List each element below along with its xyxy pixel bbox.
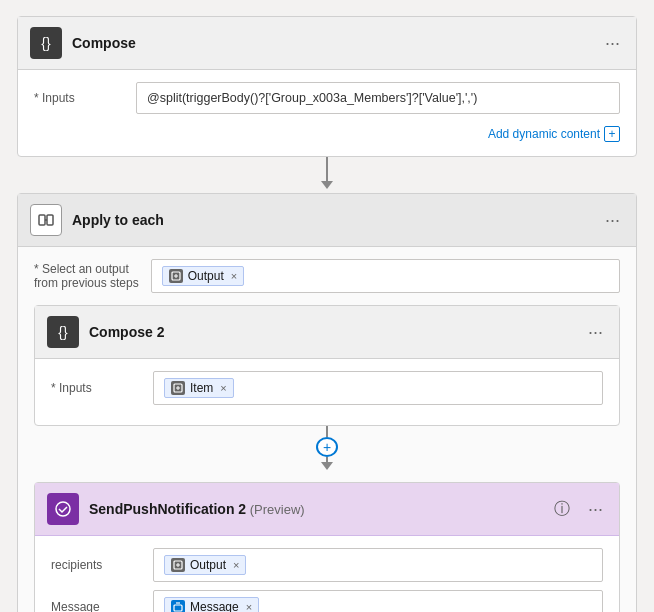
add-dynamic-label[interactable]: Add dynamic content xyxy=(488,127,600,141)
apply-select-label: * Select an output xyxy=(34,262,139,276)
apply-select-label-container: * Select an output from previous steps xyxy=(34,262,139,290)
send-push-card: SendPushNotification 2 (Preview) ⓘ ··· r… xyxy=(34,482,620,612)
send-push-header: SendPushNotification 2 (Preview) ⓘ ··· xyxy=(35,483,619,536)
apply-each-title: Apply to each xyxy=(72,212,591,228)
compose-title: Compose xyxy=(72,35,591,51)
message-field[interactable]: Message × xyxy=(153,590,603,612)
apply-each-body: * Select an output from previous steps O… xyxy=(18,247,636,612)
arrow-plus-head xyxy=(321,462,333,470)
apply-each-header: Apply to each ··· xyxy=(18,194,636,247)
recipients-output-tag: Output × xyxy=(164,555,246,575)
compose2-more-button[interactable]: ··· xyxy=(584,323,607,341)
svg-point-4 xyxy=(56,502,70,516)
compose-inputs-text: @split(triggerBody()?['Group_x003a_Membe… xyxy=(147,91,477,105)
item-tag-label: Item xyxy=(190,381,213,395)
recipients-tag-close[interactable]: × xyxy=(233,559,239,571)
svg-rect-0 xyxy=(39,215,45,225)
item-tag: Item × xyxy=(164,378,234,398)
arrow-plus-connector: + xyxy=(34,426,620,470)
add-dynamic-row: Add dynamic content + xyxy=(34,122,620,144)
svg-rect-1 xyxy=(47,215,53,225)
recipients-tag-label: Output xyxy=(190,558,226,572)
item-tag-close[interactable]: × xyxy=(220,382,226,394)
compose-inputs-value[interactable]: @split(triggerBody()?['Group_x003a_Membe… xyxy=(136,82,620,114)
message-tag-close[interactable]: × xyxy=(246,601,252,612)
svg-rect-6 xyxy=(174,605,182,611)
recipients-field[interactable]: Output × xyxy=(153,548,603,582)
compose2-icon: {} xyxy=(47,316,79,348)
message-tag-icon xyxy=(171,600,185,612)
output-tag: Output × xyxy=(162,266,244,286)
apply-each-more-button[interactable]: ··· xyxy=(601,211,624,229)
arrow-connector-1 xyxy=(321,157,333,193)
send-push-body: recipients Output × xyxy=(35,536,619,612)
compose2-card: {} Compose 2 ··· * Inputs Item xyxy=(34,305,620,426)
apply-output-field[interactable]: Output × xyxy=(151,259,620,293)
item-tag-icon xyxy=(171,381,185,395)
compose-more-button[interactable]: ··· xyxy=(601,34,624,52)
output-tag-icon xyxy=(169,269,183,283)
recipients-row: recipients Output × xyxy=(51,548,603,582)
compose-inputs-label: * Inputs xyxy=(34,91,124,105)
recipients-label: recipients xyxy=(51,558,141,572)
send-push-more-button[interactable]: ··· xyxy=(584,500,607,518)
compose-card: {} Compose ··· * Inputs @split(triggerBo… xyxy=(17,16,637,157)
add-step-button[interactable]: + xyxy=(316,437,338,457)
compose2-header: {} Compose 2 ··· xyxy=(35,306,619,359)
apply-select-row: * Select an output from previous steps O… xyxy=(34,259,620,293)
apply-each-icon xyxy=(30,204,62,236)
compose2-inputs-row: * Inputs Item × xyxy=(51,371,603,405)
send-push-title: SendPushNotification 2 (Preview) xyxy=(89,501,540,517)
send-push-icon xyxy=(47,493,79,525)
apply-from-previous-label: from previous steps xyxy=(34,276,139,290)
message-label: Message xyxy=(51,600,141,612)
output-tag-close[interactable]: × xyxy=(231,270,237,282)
send-push-info-button[interactable]: ⓘ xyxy=(550,499,574,520)
apply-each-card: Apply to each ··· * Select an output fro… xyxy=(17,193,637,612)
message-tag-label: Message xyxy=(190,600,239,612)
output-tag-label: Output xyxy=(188,269,224,283)
flow-container: {} Compose ··· * Inputs @split(triggerBo… xyxy=(16,16,638,612)
recipients-tag-icon xyxy=(171,558,185,572)
message-row: Message Message × xyxy=(51,590,603,612)
compose-body: * Inputs @split(triggerBody()?['Group_x0… xyxy=(18,70,636,156)
add-dynamic-plus-icon[interactable]: + xyxy=(604,126,620,142)
message-tag: Message × xyxy=(164,597,259,612)
compose-header: {} Compose ··· xyxy=(18,17,636,70)
compose2-title: Compose 2 xyxy=(89,324,574,340)
arrow-head-1 xyxy=(321,181,333,189)
compose-inputs-row: * Inputs @split(triggerBody()?['Group_x0… xyxy=(34,82,620,114)
compose2-inputs-label: * Inputs xyxy=(51,381,141,395)
compose2-body: * Inputs Item × xyxy=(35,359,619,425)
compose2-inputs-value[interactable]: Item × xyxy=(153,371,603,405)
compose-icon: {} xyxy=(30,27,62,59)
